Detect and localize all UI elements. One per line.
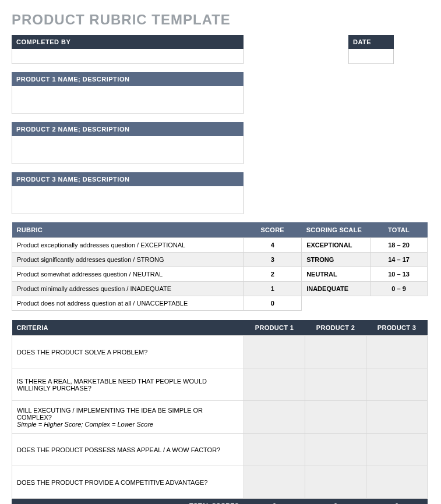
criteria-header: CRITERIA: [12, 320, 244, 336]
score-input-p3[interactable]: [366, 336, 428, 368]
completed-by-field: COMPLETED BY: [12, 35, 244, 64]
product3-input[interactable]: [12, 186, 244, 214]
score-input-p3[interactable]: [366, 434, 428, 466]
table-row: WILL EXECUTING / IMPLEMENTING THE IDEA B…: [12, 401, 428, 434]
criteria-header-p3: PRODUCT 3: [366, 320, 428, 336]
rubric-score: 3: [244, 253, 302, 267]
date-input[interactable]: [348, 49, 394, 64]
rubric-label: Product minimally addresses question / I…: [12, 282, 244, 296]
product1-input[interactable]: [12, 86, 244, 114]
table-row: DOES THE PRODUCT SOLVE A PROBLEM?: [12, 336, 428, 368]
rubric-score: 1: [244, 282, 302, 296]
criteria-text: IS THERE A REAL, MARKETABLE NEED THAT PE…: [12, 368, 244, 401]
rubric-total: 14 – 17: [371, 253, 428, 267]
total-scores-row: TOTAL SCORES 0 0 0: [12, 499, 428, 505]
rubric-scale: [302, 296, 371, 311]
score-input-p2[interactable]: [305, 401, 366, 434]
rubric-header-scale: SCORING SCALE: [302, 222, 371, 238]
rubric-label: Product exceptionally addresses question…: [12, 238, 244, 253]
table-row: Product does not address question at all…: [12, 296, 428, 311]
criteria-text: DOES THE PRODUCT PROVIDE A COMPETITIVE A…: [12, 466, 244, 499]
score-input-p1[interactable]: [244, 434, 305, 466]
total-scores-label: TOTAL SCORES: [12, 499, 244, 505]
rubric-scale: INADEQUATE: [302, 282, 371, 296]
table-row: Product somewhat addresses question / NE…: [12, 267, 428, 282]
rubric-header-total: TOTAL: [371, 222, 428, 238]
rubric-scale: STRONG: [302, 253, 371, 267]
score-input-p3[interactable]: [366, 368, 428, 401]
score-input-p3[interactable]: [366, 466, 428, 499]
rubric-label: Product significantly addresses question…: [12, 253, 244, 267]
rubric-header-rubric: RUBRIC: [12, 222, 244, 238]
score-input-p2[interactable]: [305, 434, 366, 466]
criteria-header-p2: PRODUCT 2: [305, 320, 366, 336]
table-row: Product significantly addresses question…: [12, 253, 428, 267]
product1-label: PRODUCT 1 NAME; DESCRIPTION: [12, 72, 244, 86]
score-input-p3[interactable]: [366, 401, 428, 434]
rubric-total: 18 – 20: [371, 238, 428, 253]
completed-by-label: COMPLETED BY: [12, 35, 244, 49]
rubric-score: 4: [244, 238, 302, 253]
score-input-p2[interactable]: [305, 466, 366, 499]
rubric-scale: EXCEPTIONAL: [302, 238, 371, 253]
date-field: DATE: [348, 35, 394, 64]
page-title: PRODUCT RUBRIC TEMPLATE: [12, 12, 429, 28]
rubric-label: Product somewhat addresses question / NE…: [12, 267, 244, 282]
score-input-p1[interactable]: [244, 401, 305, 434]
product2-field: PRODUCT 2 NAME; DESCRIPTION: [12, 122, 244, 164]
rubric-score: 2: [244, 267, 302, 282]
total-score-p3: 0: [366, 499, 428, 505]
rubric-table: RUBRIC SCORE SCORING SCALE TOTAL Product…: [12, 222, 428, 311]
rubric-total: 10 – 13: [371, 267, 428, 282]
table-row: DOES THE PRODUCT PROVIDE A COMPETITIVE A…: [12, 466, 428, 499]
criteria-text: DOES THE PRODUCT SOLVE A PROBLEM?: [12, 336, 244, 368]
table-row: Product minimally addresses question / I…: [12, 282, 428, 296]
product3-field: PRODUCT 3 NAME; DESCRIPTION: [12, 172, 244, 214]
criteria-text: WILL EXECUTING / IMPLEMENTING THE IDEA B…: [12, 401, 244, 434]
table-row: DOES THE PRODUCT POSSESS MASS APPEAL / A…: [12, 434, 428, 466]
rubric-scale: NEUTRAL: [302, 267, 371, 282]
product3-label: PRODUCT 3 NAME; DESCRIPTION: [12, 172, 244, 186]
total-score-p2: 0: [305, 499, 366, 505]
completed-by-input[interactable]: [12, 49, 244, 64]
rubric-total: [371, 296, 428, 311]
criteria-header-p1: PRODUCT 1: [244, 320, 305, 336]
score-input-p1[interactable]: [244, 466, 305, 499]
score-input-p1[interactable]: [244, 368, 305, 401]
total-score-p1: 0: [244, 499, 305, 505]
score-input-p1[interactable]: [244, 336, 305, 368]
date-label: DATE: [348, 35, 394, 49]
table-row: Product exceptionally addresses question…: [12, 238, 428, 253]
score-input-p2[interactable]: [305, 336, 366, 368]
score-input-p2[interactable]: [305, 368, 366, 401]
product2-input[interactable]: [12, 136, 244, 164]
rubric-score: 0: [244, 296, 302, 311]
product2-label: PRODUCT 2 NAME; DESCRIPTION: [12, 122, 244, 136]
rubric-header-score: SCORE: [244, 222, 302, 238]
criteria-table: CRITERIA PRODUCT 1 PRODUCT 2 PRODUCT 3 D…: [12, 320, 428, 504]
rubric-label: Product does not address question at all…: [12, 296, 244, 311]
criteria-text: DOES THE PRODUCT POSSESS MASS APPEAL / A…: [12, 434, 244, 466]
table-row: IS THERE A REAL, MARKETABLE NEED THAT PE…: [12, 368, 428, 401]
rubric-total: 0 – 9: [371, 282, 428, 296]
product1-field: PRODUCT 1 NAME; DESCRIPTION: [12, 72, 244, 114]
